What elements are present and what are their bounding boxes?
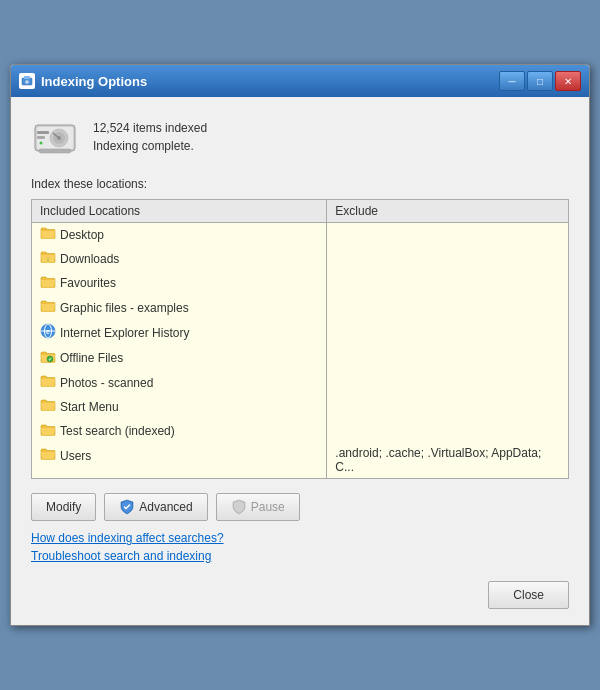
index-status: Indexing complete. xyxy=(93,139,207,153)
section-label: Index these locations: xyxy=(31,177,569,191)
footer: Close xyxy=(31,577,569,609)
minimize-button[interactable]: ─ xyxy=(499,71,525,91)
location-name: Favourites xyxy=(60,276,116,290)
pause-button[interactable]: Pause xyxy=(216,493,300,521)
svg-text:↓: ↓ xyxy=(46,255,50,262)
location-name: Offline Files xyxy=(60,351,123,365)
status-area: 12,524 items indexed Indexing complete. xyxy=(31,113,569,161)
location-cell: Test search (indexed) xyxy=(32,420,327,444)
location-cell: Users xyxy=(32,444,327,478)
svg-rect-12 xyxy=(39,149,71,153)
title-close-button[interactable]: ✕ xyxy=(555,71,581,91)
table-row: Users.android; .cache; .VirtualBox; AppD… xyxy=(32,444,569,478)
close-dialog-button[interactable]: Close xyxy=(488,581,569,609)
svg-text:e: e xyxy=(46,328,50,335)
included-header: Included Locations xyxy=(32,200,327,223)
table-row: Graphic files - examples xyxy=(32,296,569,320)
locations-table: Included Locations Exclude Desktop ↓ Dow… xyxy=(31,199,569,479)
location-cell: ✓ Offline Files xyxy=(32,347,327,371)
buttons-row: Modify Advanced Pause xyxy=(31,493,569,521)
svg-text:✓: ✓ xyxy=(48,356,52,362)
how-affects-link[interactable]: How does indexing affect searches? xyxy=(31,531,224,545)
location-name: Photos - scanned xyxy=(60,376,153,390)
location-name: Test search (indexed) xyxy=(60,424,175,438)
dialog-icon xyxy=(19,73,35,89)
location-row: Graphic files - examples xyxy=(40,298,318,317)
svg-rect-9 xyxy=(37,131,49,134)
location-cell: Start Menu xyxy=(32,395,327,419)
dialog-title: Indexing Options xyxy=(41,74,147,89)
hdd-icon xyxy=(31,113,79,161)
exclude-cell: .android; .cache; .VirtualBox; AppData; … xyxy=(327,444,569,478)
location-cell: Desktop xyxy=(32,223,327,248)
table-row: Photos - scanned xyxy=(32,371,569,395)
offline-files-icon: ✓ xyxy=(40,350,56,367)
location-cell: Graphic files - examples xyxy=(32,296,327,320)
title-buttons: ─ □ ✕ xyxy=(499,71,581,91)
exclude-cell xyxy=(327,395,569,419)
exclude-cell xyxy=(327,272,569,296)
exclude-cell xyxy=(327,223,569,248)
location-name: Downloads xyxy=(60,252,119,266)
indexing-options-dialog: Indexing Options ─ □ ✕ xyxy=(10,64,590,626)
folder-icon xyxy=(40,447,56,464)
exclude-cell xyxy=(327,371,569,395)
location-name: Users xyxy=(60,449,91,463)
table-row: e Internet Explorer History xyxy=(32,320,569,346)
table-row: ✓ Offline Files xyxy=(32,347,569,371)
location-cell: e Internet Explorer History xyxy=(32,320,327,346)
restore-button[interactable]: □ xyxy=(527,71,553,91)
table-row: Test search (indexed) xyxy=(32,420,569,444)
location-cell: Photos - scanned xyxy=(32,371,327,395)
folder-icon xyxy=(40,299,56,316)
location-cell: ↓ Downloads xyxy=(32,247,327,271)
svg-rect-1 xyxy=(24,76,30,79)
location-row: Test search (indexed) xyxy=(40,422,318,441)
location-row: ✓ Offline Files xyxy=(40,349,318,368)
exclude-cell xyxy=(327,420,569,444)
location-name: Internet Explorer History xyxy=(60,326,189,340)
pause-shield-icon xyxy=(231,499,247,515)
exclude-cell xyxy=(327,320,569,346)
folder-download-icon: ↓ xyxy=(40,250,56,267)
folder-icon xyxy=(40,374,56,391)
advanced-button[interactable]: Advanced xyxy=(104,493,207,521)
ie-icon: e xyxy=(40,323,56,342)
exclude-cell xyxy=(327,296,569,320)
location-row: Users xyxy=(40,446,318,465)
location-name: Graphic files - examples xyxy=(60,301,189,315)
exclude-header: Exclude xyxy=(327,200,569,223)
location-row: ↓ Downloads xyxy=(40,249,318,268)
title-bar: Indexing Options ─ □ ✕ xyxy=(11,65,589,97)
table-row: Start Menu xyxy=(32,395,569,419)
items-count: 12,524 items indexed xyxy=(93,121,207,135)
svg-rect-10 xyxy=(37,136,45,139)
location-name: Desktop xyxy=(60,228,104,242)
location-row: Start Menu xyxy=(40,397,318,416)
status-text: 12,524 items indexed Indexing complete. xyxy=(93,121,207,153)
svg-point-11 xyxy=(40,142,43,145)
table-row: Desktop xyxy=(32,223,569,248)
location-row: Favourites xyxy=(40,274,318,293)
exclude-cell xyxy=(327,347,569,371)
exclude-cell xyxy=(327,247,569,271)
folder-icon xyxy=(40,423,56,440)
location-row: Photos - scanned xyxy=(40,373,318,392)
dialog-content: 12,524 items indexed Indexing complete. … xyxy=(11,97,589,625)
location-row: e Internet Explorer History xyxy=(40,322,318,343)
location-cell: Favourites xyxy=(32,272,327,296)
links-area: How does indexing affect searches? Troub… xyxy=(31,531,569,563)
troubleshoot-link[interactable]: Troubleshoot search and indexing xyxy=(31,549,211,563)
folder-icon xyxy=(40,275,56,292)
table-row: Favourites xyxy=(32,272,569,296)
folder-icon xyxy=(40,398,56,415)
folder-icon xyxy=(40,226,56,243)
title-bar-left: Indexing Options xyxy=(19,73,147,89)
location-row: Desktop xyxy=(40,225,318,244)
shield-icon xyxy=(119,499,135,515)
svg-point-2 xyxy=(25,80,29,84)
location-name: Start Menu xyxy=(60,400,119,414)
table-row: ↓ Downloads xyxy=(32,247,569,271)
modify-button[interactable]: Modify xyxy=(31,493,96,521)
